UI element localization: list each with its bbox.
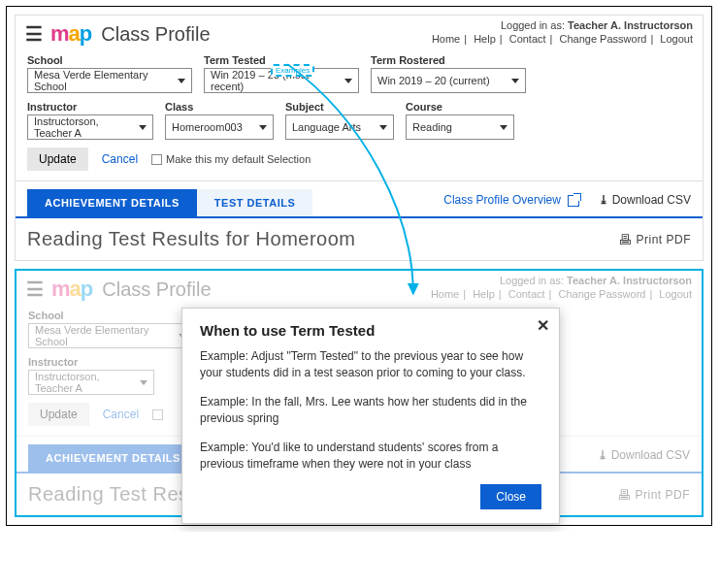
change-password-link[interactable]: Change Password <box>559 288 646 300</box>
subject-label: Subject <box>285 101 394 113</box>
download-csv-link[interactable]: ⤓ Download CSV <box>599 193 691 207</box>
print-pdf-link[interactable]: Print PDF <box>617 487 690 503</box>
logged-in-text: Logged in as: Teacher A. Instructorson <box>432 19 693 31</box>
modal-paragraph: Example: In the fall, Mrs. Lee wants how… <box>200 394 541 428</box>
home-link[interactable]: Home <box>432 33 460 45</box>
page-title: Class Profile <box>102 278 211 301</box>
modal-paragraph: Example: Adjust "Term Tested" to the pre… <box>200 348 541 382</box>
chevron-down-icon <box>139 125 147 130</box>
update-button[interactable]: Update <box>28 403 89 426</box>
menu-icon[interactable]: ☰ <box>26 279 44 299</box>
chevron-down-icon <box>511 79 519 83</box>
default-selection-checkbox[interactable] <box>152 409 163 420</box>
chevron-down-icon <box>500 125 507 130</box>
school-select[interactable]: Mesa Verde Elementary School <box>28 323 193 348</box>
term-rostered-field: Term Rostered Win 2019 – 20 (current) <box>371 54 526 93</box>
contact-link[interactable]: Contact <box>508 288 545 300</box>
results-title-row: Reading Test Results for Homeroom Print … <box>16 218 703 260</box>
subject-field: Subject Language Arts <box>285 101 394 140</box>
outer-container: ☰ map Class Profile Logged in as: Teache… <box>6 6 712 526</box>
checkbox-icon <box>151 154 162 165</box>
term-rostered-select[interactable]: Win 2019 – 20 (current) <box>371 68 526 93</box>
logout-link[interactable]: Logout <box>659 288 692 300</box>
user-name: Teacher A. Instructorson <box>568 19 693 31</box>
school-field: School Mesa Verde Elementary School <box>27 54 192 93</box>
close-button[interactable]: Close <box>480 484 541 509</box>
chevron-down-icon <box>178 79 185 83</box>
home-link[interactable]: Home <box>431 288 459 300</box>
results-title: Reading Test Results for Homeroom <box>27 228 356 250</box>
help-link[interactable]: Help <box>474 33 496 45</box>
page-title: Class Profile <box>101 23 210 46</box>
close-icon[interactable]: ✕ <box>537 316 549 335</box>
school-label: School <box>27 54 192 66</box>
cancel-link[interactable]: Cancel <box>102 152 138 166</box>
course-label: Course <box>406 101 514 113</box>
term-tested-help-modal: ✕ When to use Term Tested Example: Adjus… <box>181 308 560 524</box>
course-field: Course Reading <box>406 101 514 140</box>
default-selection-checkbox[interactable]: Make this my default Selection <box>151 153 311 165</box>
course-select[interactable]: Reading <box>406 114 514 140</box>
tab-achievement-details[interactable]: ACHIEVEMENT DETAILS <box>28 444 198 472</box>
header: ☰ map Class Profile Logged in as: Teache… <box>16 271 702 304</box>
change-password-link[interactable]: Change Password <box>560 33 647 45</box>
download-icon: ⤓ <box>598 448 607 462</box>
cancel-link[interactable]: Cancel <box>103 408 139 421</box>
help-link[interactable]: Help <box>473 288 495 300</box>
instructor-field: Instructor Instructorson, Teacher A <box>27 101 153 140</box>
instructor-label: Instructor <box>27 101 153 113</box>
class-select[interactable]: Homeroom003 <box>165 114 274 140</box>
instructor-select[interactable]: Instructorson, Teacher A <box>27 114 153 140</box>
bottom-panel: ☰ map Class Profile Logged in as: Teache… <box>15 269 704 517</box>
logout-link[interactable]: Logout <box>660 33 693 45</box>
print-icon <box>617 487 632 503</box>
checkbox-icon <box>152 409 163 420</box>
menu-icon[interactable]: ☰ <box>25 24 43 44</box>
print-icon <box>618 232 633 247</box>
tab-test-details[interactable]: TEST DETAILS <box>197 189 312 216</box>
account-area: Logged in as: Teacher A. Instructorson H… <box>431 275 692 300</box>
tab-achievement-details[interactable]: ACHIEVEMENT DETAILS <box>27 189 197 216</box>
class-label: Class <box>165 101 274 113</box>
instructor-select[interactable]: Instructorson, Teacher A <box>28 370 154 395</box>
school-select[interactable]: Mesa Verde Elementary School <box>27 68 192 93</box>
chevron-down-icon <box>379 125 387 130</box>
subject-select[interactable]: Language Arts <box>285 114 394 140</box>
download-csv-link[interactable]: ⤓ Download CSV <box>598 448 690 462</box>
top-panel: ☰ map Class Profile Logged in as: Teache… <box>15 15 704 261</box>
filters-row-1: School Mesa Verde Elementary School Term… <box>16 49 703 95</box>
brand-logo: map <box>50 21 91 47</box>
account-area: Logged in as: Teacher A. Instructorson H… <box>432 19 693 45</box>
tabs-row: ACHIEVEMENT DETAILS TEST DETAILS Class P… <box>16 180 703 218</box>
brand-logo: map <box>51 277 92 302</box>
print-pdf-link[interactable]: Print PDF <box>618 232 691 247</box>
class-profile-overview-link[interactable]: Class Profile Overview <box>443 193 579 207</box>
class-field: Class Homeroom003 <box>165 101 274 140</box>
update-button[interactable]: Update <box>27 147 88 171</box>
term-rostered-label: Term Rostered <box>371 54 526 66</box>
chevron-down-icon <box>140 380 147 385</box>
examples-badge[interactable]: Examples <box>271 64 314 77</box>
actions-row: Update Cancel Make this my default Selec… <box>16 142 703 180</box>
header-links: Home| Help| Contact| Change Password| Lo… <box>432 33 693 45</box>
contact-link[interactable]: Contact <box>509 33 546 45</box>
modal-title: When to use Term Tested <box>200 322 541 339</box>
modal-paragraph: Example: You'd like to understand studen… <box>200 440 541 474</box>
chevron-down-icon <box>259 125 267 130</box>
external-link-icon <box>568 195 579 207</box>
filters-row-2: Instructor Instructorson, Teacher A Clas… <box>16 95 703 142</box>
chevron-down-icon <box>344 79 352 83</box>
download-icon: ⤓ <box>599 193 608 207</box>
header: ☰ map Class Profile Logged in as: Teache… <box>16 16 703 49</box>
